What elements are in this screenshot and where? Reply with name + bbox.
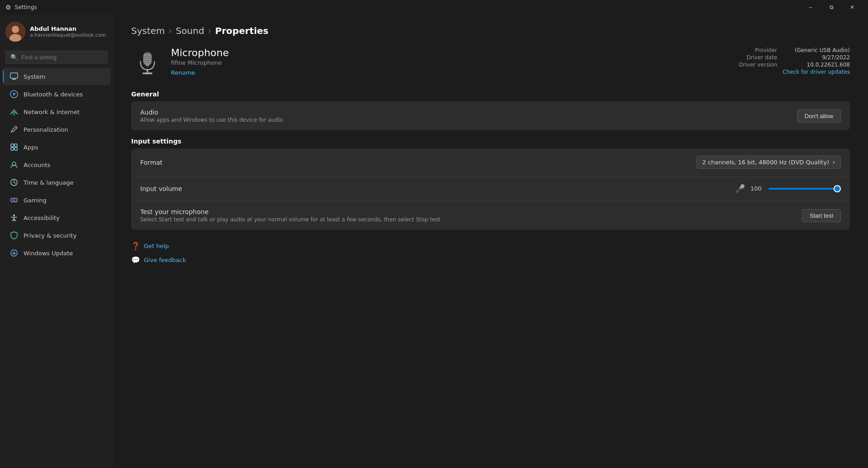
meta-table: Provider (Generic USB Audio) Driver date… [739, 47, 850, 75]
sidebar-item-accounts[interactable]: Accounts [3, 156, 110, 173]
format-dropdown[interactable]: 2 channels, 16 bit, 48000 Hz (DVD Qualit… [697, 156, 841, 169]
test-title: Test your microphone [140, 208, 795, 215]
sidebar-item-label: Bluetooth & devices [24, 91, 83, 98]
svg-rect-18 [145, 52, 149, 54]
breadcrumb-sep-2: › [208, 25, 212, 36]
device-info: Microphone fifine Microphone Rename [171, 47, 739, 76]
sidebar-item-time[interactable]: Time & language [3, 174, 110, 191]
svg-rect-10 [14, 148, 17, 150]
close-button[interactable]: ✕ [842, 0, 863, 14]
dont-allow-button[interactable]: Don't allow [797, 110, 841, 123]
search-icon: 🔍 [10, 54, 18, 61]
search-input[interactable] [21, 54, 103, 61]
personalization-icon [10, 125, 18, 134]
sidebar-item-label: Windows Update [24, 250, 73, 257]
sidebar: Abdul Hannan a.hannanliaquat@outlook.com… [0, 14, 113, 468]
audio-desc: Allow apps and Windows to use this devic… [140, 117, 790, 123]
user-section: Abdul Hannan a.hannanliaquat@outlook.com [0, 14, 113, 49]
sidebar-item-label: Accounts [24, 162, 50, 168]
sidebar-item-bluetooth[interactable]: Bluetooth & devices [3, 86, 110, 103]
sidebar-item-label: Time & language [24, 179, 74, 186]
sidebar-item-label: Network & internet [24, 109, 80, 115]
privacy-icon [10, 231, 18, 239]
svg-rect-7 [11, 144, 14, 147]
audio-title: Audio [140, 109, 790, 116]
bluetooth-icon [10, 90, 18, 98]
rename-link[interactable]: Rename [171, 69, 195, 76]
test-info: Test your microphone Select Start test a… [140, 208, 795, 223]
sidebar-item-accessibility[interactable]: Accessibility [3, 209, 110, 226]
audio-row: Audio Allow apps and Windows to use this… [131, 101, 850, 130]
titlebar: ⚙️ Settings – ⧉ ✕ [0, 0, 868, 14]
network-icon [10, 108, 18, 116]
sidebar-item-label: System [24, 73, 45, 80]
breadcrumb-sound[interactable]: Sound [176, 25, 204, 36]
sidebar-item-network[interactable]: Network & internet [3, 103, 110, 120]
input-settings-card: Format 2 channels, 16 bit, 48000 Hz (DVD… [131, 148, 850, 230]
help-links: ❓ Get help 💬 Give feedback [131, 239, 850, 267]
audio-info: Audio Allow apps and Windows to use this… [140, 109, 790, 123]
feedback-label: Give feedback [144, 257, 186, 263]
get-help-link[interactable]: ❓ Get help [131, 239, 850, 253]
svg-point-15 [13, 215, 15, 216]
volume-title: Input volume [140, 185, 728, 192]
volume-control: 🎤 100 [735, 184, 841, 193]
svg-point-5 [10, 91, 18, 98]
check-driver-link[interactable]: Check for driver updates [783, 69, 850, 75]
user-info: Abdul Hannan a.hannanliaquat@outlook.com [30, 25, 106, 38]
general-section-title: General [131, 91, 850, 98]
format-row: Format 2 channels, 16 bit, 48000 Hz (DVD… [131, 148, 850, 177]
svg-rect-8 [14, 144, 17, 147]
breadcrumb-system[interactable]: System [131, 25, 165, 36]
get-help-label: Get help [144, 243, 169, 249]
restore-button[interactable]: ⧉ [821, 0, 842, 14]
driver-date-value: 9/27/2022 [783, 54, 850, 61]
test-desc: Select Start test and talk or play audio… [140, 216, 795, 223]
general-card: Audio Allow apps and Windows to use this… [131, 101, 850, 130]
sidebar-item-privacy[interactable]: Privacy & security [3, 227, 110, 244]
svg-rect-21 [142, 72, 152, 74]
sidebar-item-system[interactable]: System [3, 68, 110, 85]
sidebar-item-gaming[interactable]: Gaming [3, 191, 110, 209]
volume-value: 100 [750, 185, 763, 192]
driver-version-label: Driver version [739, 62, 778, 68]
minimize-button[interactable]: – [800, 0, 821, 14]
microphone-volume-icon: 🎤 [735, 184, 745, 193]
driver-version-value: 10.0.22621.608 [783, 62, 850, 68]
svg-point-14 [14, 200, 15, 201]
device-name: Microphone [171, 47, 739, 58]
sidebar-item-label: Accessibility [24, 215, 60, 221]
sidebar-item-label: Privacy & security [24, 232, 76, 239]
search-box[interactable]: 🔍 [5, 51, 108, 64]
format-title: Format [140, 159, 689, 166]
system-icon [10, 72, 18, 81]
sidebar-item-apps[interactable]: Apps [3, 138, 110, 156]
provider-label: Provider [739, 47, 778, 53]
svg-rect-3 [10, 73, 18, 78]
volume-info: Input volume [140, 185, 728, 192]
start-test-button[interactable]: Start test [802, 209, 841, 222]
svg-rect-9 [11, 148, 14, 150]
device-meta: Provider (Generic USB Audio) Driver date… [739, 47, 850, 75]
apps-icon [10, 143, 18, 151]
driver-date-label: Driver date [739, 54, 778, 61]
input-settings-title: Input settings [131, 138, 850, 145]
device-subname: fifine Microphone [171, 59, 739, 66]
give-feedback-link[interactable]: 💬 Give feedback [131, 253, 850, 267]
sidebar-item-update[interactable]: Windows Update [3, 244, 110, 262]
breadcrumb-sep-1: › [169, 25, 172, 36]
nav-items: System Bluetooth & devices Network & int… [0, 67, 113, 262]
volume-row: 🎤 100 [735, 184, 841, 193]
format-control: 2 channels, 16 bit, 48000 Hz (DVD Qualit… [697, 156, 841, 169]
volume-slider[interactable] [768, 188, 841, 190]
svg-point-6 [14, 114, 15, 115]
user-email: a.hannanliaquat@outlook.com [30, 32, 106, 38]
provider-value: (Generic USB Audio) [783, 47, 850, 53]
test-control: Start test [802, 209, 841, 222]
window-controls: – ⧉ ✕ [800, 0, 863, 14]
svg-rect-4 [12, 79, 16, 80]
input-volume-row: Input volume 🎤 100 [131, 177, 850, 201]
sidebar-item-personalization[interactable]: Personalization [3, 121, 110, 138]
update-icon [10, 249, 18, 257]
app-container: Abdul Hannan a.hannanliaquat@outlook.com… [0, 14, 868, 468]
